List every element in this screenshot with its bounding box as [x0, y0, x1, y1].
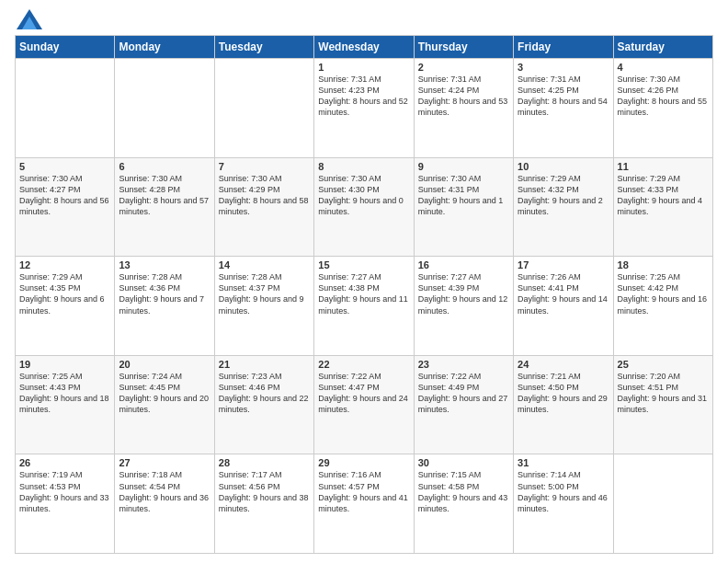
calendar-cell: 21Sunrise: 7:23 AM Sunset: 4:46 PM Dayli… — [214, 355, 313, 454]
day-number: 6 — [119, 161, 210, 172]
calendar-cell: 26Sunrise: 7:19 AM Sunset: 4:53 PM Dayli… — [16, 454, 115, 554]
cell-info: Sunrise: 7:30 AM Sunset: 4:30 PM Dayligh… — [318, 173, 409, 218]
logo-icon — [17, 9, 42, 29]
cell-info: Sunrise: 7:31 AM Sunset: 4:25 PM Dayligh… — [518, 74, 609, 119]
calendar-cell: 12Sunrise: 7:29 AM Sunset: 4:35 PM Dayli… — [16, 257, 115, 356]
calendar-cell: 30Sunrise: 7:15 AM Sunset: 4:58 PM Dayli… — [414, 454, 513, 554]
day-number: 12 — [19, 259, 110, 270]
day-number: 31 — [518, 457, 609, 468]
day-number: 13 — [119, 259, 210, 270]
day-number: 15 — [318, 259, 409, 270]
header — [15, 9, 713, 29]
calendar: SundayMondayTuesdayWednesdayThursdayFrid… — [15, 35, 713, 554]
day-header-wednesday: Wednesday — [314, 36, 414, 59]
cell-info: Sunrise: 7:25 AM Sunset: 4:43 PM Dayligh… — [19, 371, 110, 416]
cell-info: Sunrise: 7:18 AM Sunset: 4:54 PM Dayligh… — [119, 469, 210, 514]
calendar-cell: 25Sunrise: 7:20 AM Sunset: 4:51 PM Dayli… — [613, 355, 712, 454]
cell-info: Sunrise: 7:25 AM Sunset: 4:42 PM Dayligh… — [618, 271, 709, 316]
logo-area — [15, 9, 42, 29]
day-number: 26 — [19, 457, 110, 468]
calendar-cell: 29Sunrise: 7:16 AM Sunset: 4:57 PM Dayli… — [314, 454, 414, 554]
day-header-sunday: Sunday — [16, 36, 115, 59]
cell-info: Sunrise: 7:20 AM Sunset: 4:51 PM Dayligh… — [618, 371, 709, 416]
cell-info: Sunrise: 7:23 AM Sunset: 4:46 PM Dayligh… — [219, 371, 310, 416]
calendar-cell: 19Sunrise: 7:25 AM Sunset: 4:43 PM Dayli… — [16, 355, 115, 454]
day-number: 28 — [219, 457, 310, 468]
calendar-cell — [214, 59, 313, 158]
calendar-cell: 23Sunrise: 7:22 AM Sunset: 4:49 PM Dayli… — [414, 355, 513, 454]
calendar-cell: 13Sunrise: 7:28 AM Sunset: 4:36 PM Dayli… — [115, 257, 214, 356]
day-number: 21 — [219, 359, 310, 370]
day-number: 24 — [518, 359, 609, 370]
calendar-cell: 24Sunrise: 7:21 AM Sunset: 4:50 PM Dayli… — [514, 355, 613, 454]
day-number: 27 — [119, 457, 210, 468]
calendar-cell: 8Sunrise: 7:30 AM Sunset: 4:30 PM Daylig… — [314, 157, 414, 257]
day-number: 5 — [19, 161, 110, 172]
cell-info: Sunrise: 7:14 AM Sunset: 5:00 PM Dayligh… — [518, 469, 609, 514]
day-header-saturday: Saturday — [613, 36, 712, 59]
day-header-friday: Friday — [514, 36, 613, 59]
calendar-cell: 17Sunrise: 7:26 AM Sunset: 4:41 PM Dayli… — [514, 257, 613, 356]
logo-text — [15, 9, 42, 29]
cell-info: Sunrise: 7:31 AM Sunset: 4:24 PM Dayligh… — [418, 74, 509, 119]
cell-info: Sunrise: 7:30 AM Sunset: 4:26 PM Dayligh… — [618, 74, 709, 119]
calendar-cell: 27Sunrise: 7:18 AM Sunset: 4:54 PM Dayli… — [115, 454, 214, 554]
cell-info: Sunrise: 7:16 AM Sunset: 4:57 PM Dayligh… — [318, 469, 409, 514]
calendar-cell: 16Sunrise: 7:27 AM Sunset: 4:39 PM Dayli… — [414, 257, 513, 356]
day-header-monday: Monday — [115, 36, 214, 59]
calendar-cell: 10Sunrise: 7:29 AM Sunset: 4:32 PM Dayli… — [514, 157, 613, 257]
day-number: 4 — [618, 62, 709, 73]
cell-info: Sunrise: 7:27 AM Sunset: 4:39 PM Dayligh… — [418, 271, 509, 316]
calendar-cell: 6Sunrise: 7:30 AM Sunset: 4:28 PM Daylig… — [115, 157, 214, 257]
cell-info: Sunrise: 7:26 AM Sunset: 4:41 PM Dayligh… — [518, 271, 609, 316]
day-number: 8 — [318, 161, 409, 172]
calendar-cell: 2Sunrise: 7:31 AM Sunset: 4:24 PM Daylig… — [414, 59, 513, 158]
cell-info: Sunrise: 7:22 AM Sunset: 4:47 PM Dayligh… — [318, 371, 409, 416]
day-number: 18 — [618, 259, 709, 270]
day-number: 17 — [518, 259, 609, 270]
calendar-cell: 7Sunrise: 7:30 AM Sunset: 4:29 PM Daylig… — [214, 157, 313, 257]
day-number: 22 — [318, 359, 409, 370]
cell-info: Sunrise: 7:30 AM Sunset: 4:27 PM Dayligh… — [19, 173, 110, 218]
day-number: 7 — [219, 161, 310, 172]
calendar-cell: 14Sunrise: 7:28 AM Sunset: 4:37 PM Dayli… — [214, 257, 313, 356]
cell-info: Sunrise: 7:27 AM Sunset: 4:38 PM Dayligh… — [318, 271, 409, 316]
day-number: 2 — [418, 62, 509, 73]
day-number: 14 — [219, 259, 310, 270]
cell-info: Sunrise: 7:30 AM Sunset: 4:29 PM Dayligh… — [219, 173, 310, 218]
day-number: 16 — [418, 259, 509, 270]
cell-info: Sunrise: 7:22 AM Sunset: 4:49 PM Dayligh… — [418, 371, 509, 416]
cell-info: Sunrise: 7:24 AM Sunset: 4:45 PM Dayligh… — [119, 371, 210, 416]
cell-info: Sunrise: 7:19 AM Sunset: 4:53 PM Dayligh… — [19, 469, 110, 514]
cell-info: Sunrise: 7:28 AM Sunset: 4:36 PM Dayligh… — [119, 271, 210, 316]
day-number: 19 — [19, 359, 110, 370]
calendar-cell — [115, 59, 214, 158]
day-number: 9 — [418, 161, 509, 172]
cell-info: Sunrise: 7:30 AM Sunset: 4:28 PM Dayligh… — [119, 173, 210, 218]
cell-info: Sunrise: 7:21 AM Sunset: 4:50 PM Dayligh… — [518, 371, 609, 416]
calendar-cell: 9Sunrise: 7:30 AM Sunset: 4:31 PM Daylig… — [414, 157, 513, 257]
page: SundayMondayTuesdayWednesdayThursdayFrid… — [0, 0, 728, 563]
calendar-cell: 5Sunrise: 7:30 AM Sunset: 4:27 PM Daylig… — [16, 157, 115, 257]
day-number: 30 — [418, 457, 509, 468]
week-row-0: 1Sunrise: 7:31 AM Sunset: 4:23 PM Daylig… — [16, 59, 713, 158]
cell-info: Sunrise: 7:17 AM Sunset: 4:56 PM Dayligh… — [219, 469, 310, 514]
day-number: 10 — [518, 161, 609, 172]
calendar-cell — [613, 454, 712, 554]
calendar-cell: 3Sunrise: 7:31 AM Sunset: 4:25 PM Daylig… — [514, 59, 613, 158]
cell-info: Sunrise: 7:31 AM Sunset: 4:23 PM Dayligh… — [318, 74, 409, 119]
day-number: 29 — [318, 457, 409, 468]
calendar-cell: 11Sunrise: 7:29 AM Sunset: 4:33 PM Dayli… — [613, 157, 712, 257]
calendar-cell — [16, 59, 115, 158]
day-header-row: SundayMondayTuesdayWednesdayThursdayFrid… — [16, 36, 713, 59]
day-number: 23 — [418, 359, 509, 370]
day-header-tuesday: Tuesday — [214, 36, 313, 59]
calendar-cell: 31Sunrise: 7:14 AM Sunset: 5:00 PM Dayli… — [514, 454, 613, 554]
day-number: 20 — [119, 359, 210, 370]
cell-info: Sunrise: 7:29 AM Sunset: 4:33 PM Dayligh… — [618, 173, 709, 218]
cell-info: Sunrise: 7:28 AM Sunset: 4:37 PM Dayligh… — [219, 271, 310, 316]
calendar-cell: 15Sunrise: 7:27 AM Sunset: 4:38 PM Dayli… — [314, 257, 414, 356]
day-number: 25 — [618, 359, 709, 370]
week-row-3: 19Sunrise: 7:25 AM Sunset: 4:43 PM Dayli… — [16, 355, 713, 454]
day-number: 1 — [318, 62, 409, 73]
